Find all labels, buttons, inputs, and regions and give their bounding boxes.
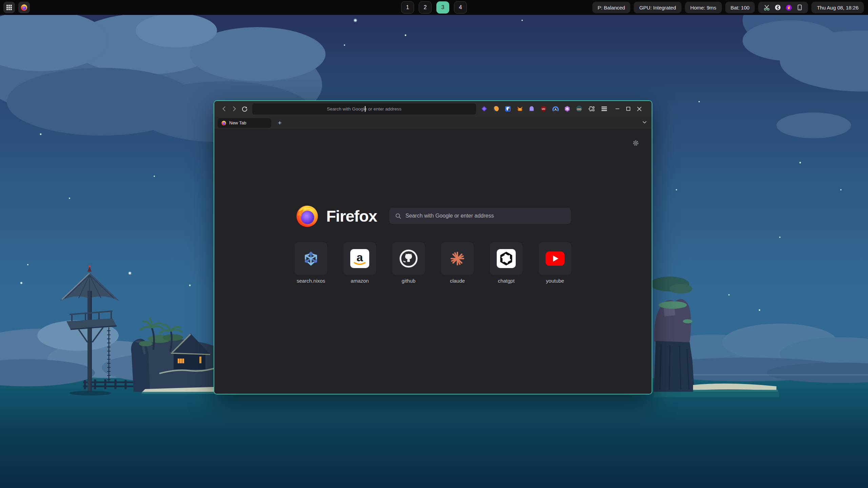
close-button[interactable] <box>635 105 643 113</box>
firefox-launcher-button[interactable] <box>18 2 30 13</box>
desktop: 1 2 3 4 P: Balanced GPU: Integrated Home… <box>0 0 868 488</box>
back-button[interactable] <box>219 104 229 114</box>
battery-pill[interactable]: Bat: 100 <box>725 2 755 13</box>
shortcut-label: chatgpt <box>498 278 514 284</box>
workspace-4[interactable]: 4 <box>454 1 467 14</box>
list-all-tabs-button[interactable] <box>642 119 648 127</box>
firefox-icon <box>20 4 28 11</box>
ublock-badge-text: UO <box>542 108 545 110</box>
phone-icon[interactable] <box>797 4 803 11</box>
extension-blue-arc-icon[interactable] <box>551 105 559 113</box>
newtab-search-input[interactable]: Search with Google or enter address <box>389 208 571 224</box>
extension-purple-diamond-icon[interactable] <box>480 105 488 113</box>
system-tray <box>758 2 808 13</box>
latency-label: Home: 9ms <box>690 5 716 11</box>
nix-snowflake-icon <box>303 251 319 266</box>
shortcut-label: claude <box>450 278 465 284</box>
tab-title: New Tab <box>229 120 246 125</box>
amazon-letter: a <box>357 251 363 264</box>
tab-bar: New Tab + <box>214 117 652 129</box>
extension-orange-moon-icon[interactable] <box>492 105 500 113</box>
github-octocat-icon <box>399 249 418 268</box>
window-controls <box>614 105 643 113</box>
url-bar-placeholder: Search with Google or enter address <box>327 106 401 111</box>
shortcut-search-nixos[interactable]: search.nixos <box>295 242 327 284</box>
navigation-toolbar: Search with Google or enter address <box>214 101 652 117</box>
openai-knot-icon <box>497 249 516 268</box>
workspace-3-active[interactable]: 3 <box>436 1 449 14</box>
shortcut-github[interactable]: github <box>392 242 425 284</box>
extension-toolbar: UO <box>480 105 583 113</box>
tab-new-tab[interactable]: New Tab <box>218 118 271 128</box>
text-caret <box>365 106 366 112</box>
latency-pill[interactable]: Home: 9ms <box>685 2 722 13</box>
clock-pill[interactable]: Thu Aug 08, 18:26 <box>811 2 864 13</box>
taskbar: 1 2 3 4 P: Balanced GPU: Integrated Home… <box>0 0 868 15</box>
shortcut-label: search.nixos <box>297 278 325 284</box>
workspace-switcher: 1 2 3 4 <box>401 1 467 14</box>
gpu-pill[interactable]: GPU: Integrated <box>634 2 681 13</box>
shortcut-tiles: search.nixos a amazon <box>214 242 652 284</box>
forward-button[interactable] <box>229 104 239 114</box>
firefox-logo <box>295 204 319 228</box>
shortcut-youtube[interactable]: youtube <box>539 242 571 284</box>
extensions-puzzle-button[interactable] <box>588 105 596 113</box>
power-profile-pill[interactable]: P: Balanced <box>592 2 631 13</box>
app-launcher-button[interactable] <box>3 2 15 13</box>
bluetooth-icon[interactable] <box>775 4 781 11</box>
power-profile-label: P: Balanced <box>598 5 625 11</box>
maximize-button[interactable] <box>625 105 632 113</box>
extension-fox-icon[interactable] <box>516 105 524 113</box>
firefox-favicon <box>221 120 226 126</box>
gpu-label: GPU: Integrated <box>639 5 676 11</box>
new-tab-button[interactable]: + <box>275 119 284 127</box>
extension-ublock-shield-icon[interactable]: UO <box>539 105 548 113</box>
grid-icon <box>6 4 12 11</box>
clock-label: Thu Aug 08, 18:26 <box>817 5 859 11</box>
firefox-wordmark: Firefox <box>326 207 377 225</box>
firefox-window: Search with Google or enter address <box>214 100 652 394</box>
youtube-play-icon <box>546 251 565 266</box>
extension-goggles-face-icon[interactable] <box>575 105 583 113</box>
personalize-gear-button[interactable] <box>632 139 639 148</box>
search-icon <box>395 213 401 219</box>
url-bar-input[interactable]: Search with Google or enter address <box>252 103 476 115</box>
workspace-2[interactable]: 2 <box>419 1 432 14</box>
shortcut-claude[interactable]: claude <box>441 242 474 284</box>
newtab-search-placeholder: Search with Google or enter address <box>406 213 494 219</box>
extension-hex-asterisk-icon[interactable] <box>563 105 571 113</box>
reload-button[interactable] <box>239 104 250 114</box>
shortcut-amazon[interactable]: a amazon <box>343 242 376 284</box>
new-tab-page: Firefox Search with Google or enter addr… <box>214 129 652 394</box>
amazon-icon: a <box>350 249 369 268</box>
newtab-hero: Firefox Search with Google or enter addr… <box>214 204 652 228</box>
minimize-button[interactable] <box>614 105 621 113</box>
battery-label: Bat: 100 <box>731 5 750 11</box>
scissors-icon[interactable] <box>764 4 770 11</box>
flame-icon[interactable] <box>786 4 792 11</box>
shortcut-chatgpt[interactable]: chatgpt <box>490 242 522 284</box>
extension-blue-shield-lock-icon[interactable] <box>504 105 512 113</box>
workspace-1[interactable]: 1 <box>401 1 414 14</box>
shortcut-label: youtube <box>546 278 564 284</box>
claude-starburst-icon <box>450 251 465 266</box>
shortcut-label: amazon <box>351 278 369 284</box>
app-menu-hamburger-button[interactable] <box>600 105 608 113</box>
shortcut-label: github <box>402 278 416 284</box>
extension-ghost-icon[interactable] <box>528 105 536 113</box>
